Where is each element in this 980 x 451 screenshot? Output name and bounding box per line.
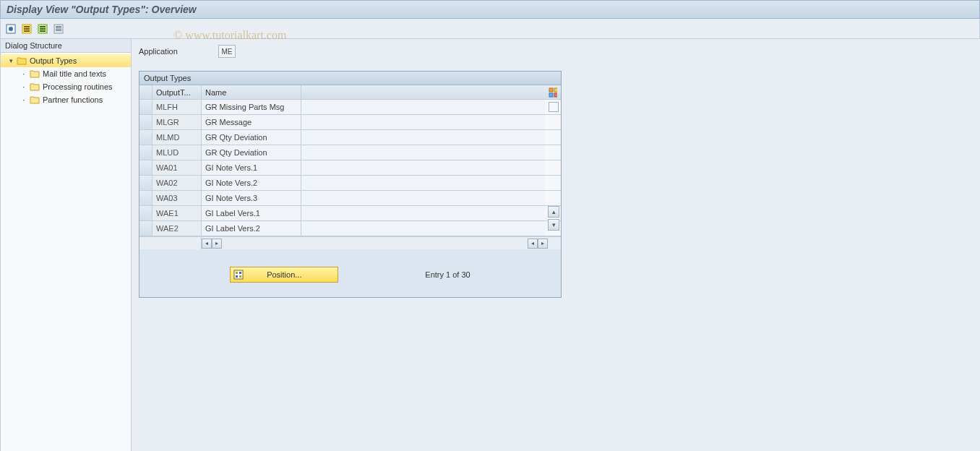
row-selector[interactable]	[139, 130, 152, 145]
svg-rect-17	[549, 93, 553, 97]
svg-rect-19	[234, 270, 243, 279]
svg-rect-16	[554, 88, 557, 92]
table-row[interactable]: MLUDGR Qty Deviation	[139, 145, 561, 160]
cell-output-type-name: GI Note Vers.2	[202, 176, 301, 190]
svg-rect-4	[24, 28, 30, 30]
expand-arrow-icon[interactable]: ▾	[9, 55, 17, 66]
svg-rect-13	[56, 29, 61, 30]
table-row[interactable]: WA02GI Note Vers.2	[139, 176, 561, 191]
hscroll-left2-icon[interactable]: ◂	[528, 239, 538, 249]
cell-output-type-code: WA03	[152, 191, 202, 205]
table-body: MLFHGR Missing Parts MsgMLGRGR MessageML…	[139, 100, 561, 236]
cell-output-type-code: MLFH	[152, 100, 202, 114]
tree-node-output-types[interactable]: ▾ Output Types	[1, 54, 131, 67]
cell-spacer	[301, 160, 545, 175]
row-selector[interactable]	[139, 206, 152, 220]
cell-output-type-name: GR Message	[202, 115, 301, 129]
hscroll-right2-icon[interactable]: ▸	[538, 239, 548, 249]
row-selector[interactable]	[139, 160, 152, 175]
column-name[interactable]: Name	[202, 85, 301, 99]
table-row[interactable]: MLMDGR Qty Deviation	[139, 130, 561, 145]
details-icon[interactable]	[5, 23, 17, 35]
cell-spacer	[301, 115, 545, 129]
table-row[interactable]: WA03GI Note Vers.3	[139, 191, 561, 206]
cell-spacer	[301, 221, 545, 236]
table-grid: OutputT... Name MLFHGR Missing Parts Msg…	[139, 85, 561, 249]
row-selector[interactable]	[139, 115, 152, 129]
cell-spacer	[301, 130, 545, 145]
svg-rect-11	[56, 26, 61, 27]
row-selector[interactable]	[139, 100, 152, 114]
row-selector[interactable]	[139, 191, 152, 205]
cell-output-type-name: GR Qty Deviation	[202, 130, 301, 145]
svg-rect-7	[40, 26, 46, 27]
svg-rect-14	[56, 30, 61, 31]
hscroll-spacer	[139, 237, 202, 249]
hscroll-right-icon[interactable]: ▸	[212, 239, 222, 249]
table-title: Output Types	[139, 72, 561, 85]
tree-children: · Mail title and texts · Processing rout…	[1, 67, 131, 106]
table-row[interactable]: MLFHGR Missing Parts Msg	[139, 100, 561, 115]
row-selector[interactable]	[139, 145, 152, 160]
tree-label: Output Types	[30, 55, 77, 66]
bullet-icon: ·	[22, 70, 30, 77]
cell-output-type-name: GI Note Vers.3	[202, 191, 301, 205]
svg-point-1	[9, 27, 13, 31]
horizontal-scroll-row: ◂ ▸ ◂ ▸	[139, 236, 561, 249]
vertical-scroll-area: ▴ ▾	[547, 100, 560, 232]
application-field-row: Application	[139, 45, 973, 58]
position-button[interactable]: Position...	[230, 267, 338, 283]
select-all-checkbox[interactable]	[549, 102, 559, 112]
table-header-row: OutputT... Name	[139, 85, 561, 100]
bullet-icon: ·	[22, 83, 30, 90]
svg-rect-23	[239, 275, 241, 278]
hscroll-left-icon[interactable]: ◂	[202, 239, 212, 249]
tree-label: Mail title and texts	[43, 68, 106, 80]
scroll-up-icon[interactable]: ▴	[548, 206, 559, 218]
tree-node-processing-routines[interactable]: · Processing routines	[1, 80, 131, 93]
hscroll-track: ◂ ▸ ◂ ▸	[202, 237, 561, 249]
dialog-structure-sidebar: Dialog Structure ▾ Output Types · Mail t…	[0, 39, 132, 451]
row-selector[interactable]	[139, 221, 152, 236]
tree-label: Processing routines	[43, 81, 113, 93]
svg-rect-20	[236, 272, 238, 274]
row-selector[interactable]	[139, 176, 152, 190]
cell-output-type-name: GI Note Vers.1	[202, 160, 301, 175]
column-spacer	[301, 85, 545, 99]
tree-node-mail-title[interactable]: · Mail title and texts	[1, 67, 131, 80]
table-config-icon[interactable]	[545, 85, 561, 99]
position-icon	[233, 270, 244, 280]
table-footer: Position... Entry 1 of 30	[139, 249, 561, 297]
table-row[interactable]: MLGRGR Message	[139, 115, 561, 130]
cell-output-type-code: WAE2	[152, 221, 202, 236]
column-output-type[interactable]: OutputT...	[152, 85, 202, 99]
sidebar-header: Dialog Structure	[1, 39, 131, 53]
svg-rect-22	[236, 275, 238, 278]
application-input[interactable]	[218, 45, 236, 58]
svg-rect-21	[239, 272, 241, 274]
table-row[interactable]: WAE1GI Label Vers.1	[139, 206, 561, 221]
cell-output-type-name: GI Label Vers.1	[202, 206, 301, 220]
cell-output-type-code: MLGR	[152, 115, 202, 129]
deselect-all-icon[interactable]	[37, 23, 48, 35]
window-title-bar: Display View "Output Types": Overview	[0, 0, 980, 19]
scroll-down-icon[interactable]: ▾	[548, 219, 559, 231]
cell-spacer	[301, 145, 545, 160]
main-container: Dialog Structure ▾ Output Types · Mail t…	[0, 39, 980, 451]
folder-open-icon	[17, 56, 27, 65]
page-title: Display View "Output Types": Overview	[7, 4, 197, 15]
folder-closed-icon	[30, 95, 40, 104]
cell-output-type-code: MLMD	[152, 130, 202, 145]
position-button-label: Position...	[267, 270, 301, 279]
cell-spacer	[301, 176, 545, 190]
column-selector[interactable]	[139, 85, 152, 99]
tree-node-partner-functions[interactable]: · Partner functions	[1, 93, 131, 106]
cell-output-type-name: GR Qty Deviation	[202, 145, 301, 160]
cell-output-type-code: MLUD	[152, 145, 202, 160]
print-icon[interactable]	[53, 23, 64, 35]
select-all-icon[interactable]	[21, 23, 33, 35]
svg-rect-3	[24, 26, 30, 27]
table-row[interactable]: WAE2GI Label Vers.2	[139, 221, 561, 236]
table-row[interactable]: WA01GI Note Vers.1	[139, 160, 561, 176]
cell-spacer	[301, 206, 545, 220]
